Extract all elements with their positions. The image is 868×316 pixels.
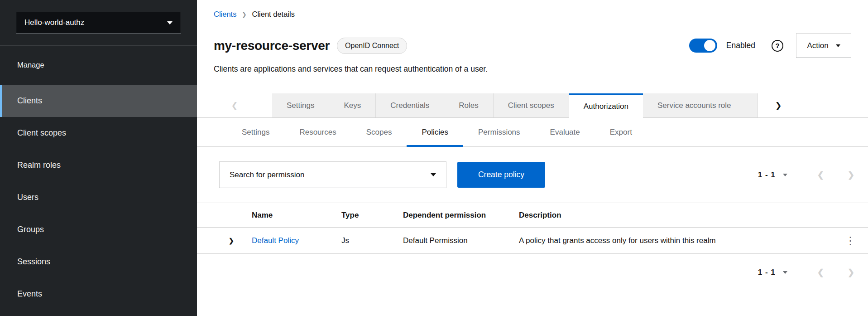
chevron-down-icon — [431, 173, 436, 176]
subtab-evaluate[interactable]: Evaluate — [535, 118, 595, 147]
subtab-label: Policies — [422, 128, 448, 137]
pagination-range: 1 - 1 — [758, 268, 776, 277]
tab-label: Client scopes — [508, 101, 554, 110]
sidebar-item-label: Client scopes — [17, 128, 66, 138]
pagination-next-button[interactable]: ❯ — [848, 267, 854, 277]
authorization-subtabs: Settings Resources Scopes Policies Permi… — [197, 118, 868, 147]
subtab-settings[interactable]: Settings — [227, 118, 284, 147]
sidebar-nav: Clients Client scopes Realm roles Users … — [0, 85, 197, 310]
chevron-down-icon — [167, 21, 173, 24]
page-header: my-resource-server OpenID Connect Enable… — [197, 33, 868, 58]
app-window: Hello-world-authz Manage Clients Client … — [0, 0, 868, 316]
subtab-label: Resources — [299, 128, 336, 137]
sidebar-item-label: Groups — [17, 225, 44, 234]
breadcrumb-current: Client details — [252, 10, 295, 19]
sidebar-item-users[interactable]: Users — [0, 181, 197, 214]
table-header-row: Name Type Dependent permission Descripti… — [197, 203, 868, 228]
sidebar-item-clients[interactable]: Clients — [0, 85, 197, 117]
tab-label: Service accounts role — [657, 101, 731, 110]
sidebar-item-label: Clients — [17, 96, 42, 106]
sidebar-item-label: Events — [17, 289, 42, 299]
row-kebab-menu-icon[interactable]: ⋮ — [845, 235, 856, 246]
column-header-name: Name — [252, 211, 341, 220]
page-title: my-resource-server — [214, 39, 330, 53]
subtab-label: Evaluate — [550, 128, 580, 137]
client-tabs: ❮ Settings Keys Credentials Roles Client… — [197, 93, 868, 118]
subtab-permissions[interactable]: Permissions — [463, 118, 535, 147]
chevron-left-icon: ❮ — [231, 101, 238, 111]
nav-group-manage: Manage — [17, 56, 197, 74]
enabled-label: Enabled — [726, 41, 755, 50]
sidebar-item-sessions[interactable]: Sessions — [0, 246, 197, 278]
tab-credentials[interactable]: Credentials — [376, 93, 444, 118]
row-expand-chevron-icon[interactable]: ❯ — [197, 237, 252, 244]
sidebar-divider — [0, 45, 197, 46]
tab-roles[interactable]: Roles — [444, 93, 493, 118]
subtab-label: Settings — [242, 128, 269, 137]
sidebar-item-label: Realm roles — [17, 160, 61, 170]
action-label: Action — [807, 41, 828, 50]
subtab-label: Scopes — [366, 128, 392, 137]
policy-type-cell: Js — [341, 236, 403, 245]
tab-label: Settings — [287, 101, 314, 110]
search-permission-label: Search for permission — [230, 170, 304, 180]
column-header-type: Type — [341, 211, 403, 220]
realm-name: Hello-world-authz — [24, 18, 84, 27]
subtab-label: Permissions — [478, 128, 520, 137]
pagination-next-button[interactable]: ❯ — [848, 170, 854, 180]
sidebar-item-events[interactable]: Events — [0, 278, 197, 310]
help-icon[interactable]: ? — [772, 40, 783, 52]
sidebar-item-client-scopes[interactable]: Client scopes — [0, 117, 197, 149]
protocol-badge: OpenID Connect — [337, 38, 407, 54]
pagination-range: 1 - 1 — [758, 170, 776, 180]
subtab-scopes[interactable]: Scopes — [351, 118, 407, 147]
pagination-prev-button[interactable]: ❮ — [817, 267, 824, 277]
dependent-permission-cell: Default Permission — [403, 236, 519, 245]
pagination-menu-caret-icon[interactable] — [783, 271, 787, 274]
breadcrumb-clients-link[interactable]: Clients — [214, 10, 236, 19]
realm-selector-dropdown[interactable]: Hello-world-authz — [16, 12, 181, 34]
bottom-pagination: 1 - 1 ❮ ❯ — [758, 267, 854, 277]
tab-scroll-right-button[interactable]: ❯ — [758, 93, 799, 118]
tab-scroll-left-button[interactable]: ❮ — [197, 93, 272, 118]
action-dropdown[interactable]: Action — [796, 33, 851, 58]
breadcrumb: Clients ❯ Client details — [197, 0, 868, 19]
sidebar-item-label: Users — [17, 193, 38, 202]
page-subtitle: Clients are applications and services th… — [197, 64, 868, 74]
tab-label: Credentials — [390, 101, 429, 110]
toggle-knob — [704, 40, 715, 51]
tab-client-scopes[interactable]: Client scopes — [494, 93, 569, 118]
subtab-policies[interactable]: Policies — [407, 118, 463, 147]
search-permission-dropdown[interactable]: Search for permission — [219, 161, 446, 188]
policies-table: Name Type Dependent permission Descripti… — [197, 203, 868, 254]
create-policy-button[interactable]: Create policy — [457, 162, 545, 188]
pagination-prev-button[interactable]: ❮ — [817, 170, 824, 180]
description-cell: A policy that grants access only for use… — [519, 236, 833, 245]
tab-keys[interactable]: Keys — [329, 93, 376, 118]
tab-service-accounts-roles[interactable]: Service accounts role — [643, 93, 758, 118]
subtab-label: Export — [610, 128, 632, 137]
enabled-toggle[interactable] — [689, 39, 717, 53]
tab-authorization[interactable]: Authorization — [569, 93, 643, 118]
tab-settings[interactable]: Settings — [272, 93, 329, 118]
chevron-right-icon: ❯ — [775, 101, 782, 111]
sidebar-item-realm-roles[interactable]: Realm roles — [0, 149, 197, 181]
main-content: Clients ❯ Client details my-resource-ser… — [197, 0, 868, 316]
column-header-dependent-permission: Dependent permission — [403, 211, 519, 220]
tab-label: Roles — [459, 101, 478, 110]
sidebar: Hello-world-authz Manage Clients Client … — [0, 0, 197, 316]
tab-label: Keys — [344, 101, 361, 110]
column-header-description: Description — [519, 211, 833, 220]
subtab-export[interactable]: Export — [595, 118, 647, 147]
table-row: ❯ Default Policy Js Default Permission A… — [197, 228, 868, 254]
subtab-resources[interactable]: Resources — [284, 118, 351, 147]
breadcrumb-separator-icon: ❯ — [242, 11, 246, 18]
policy-name-link[interactable]: Default Policy — [252, 236, 299, 245]
sidebar-item-label: Sessions — [17, 257, 50, 267]
sidebar-item-groups[interactable]: Groups — [0, 214, 197, 246]
chevron-down-icon — [836, 44, 840, 47]
top-pagination: 1 - 1 ❮ ❯ — [758, 170, 854, 180]
pagination-menu-caret-icon[interactable] — [783, 174, 787, 176]
policies-toolbar: Search for permission Create policy 1 - … — [197, 161, 868, 188]
header-controls: Enabled ? Action — [689, 33, 851, 58]
